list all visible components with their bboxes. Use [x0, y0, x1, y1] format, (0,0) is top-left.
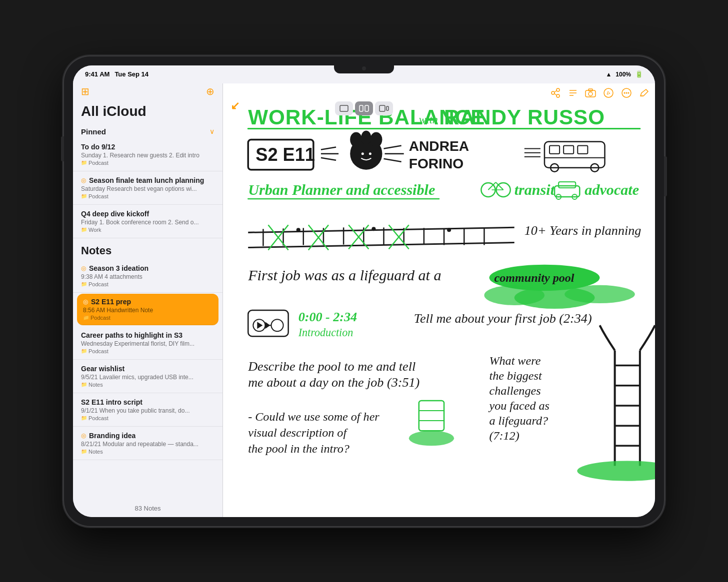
- folder-name: Podcast: [88, 281, 108, 287]
- note-folder: 📁 Podcast: [83, 315, 212, 321]
- list-item[interactable]: Gear wishlist 9/5/21 Lavalier mics, upgr…: [73, 360, 222, 393]
- svg-point-105: [271, 319, 283, 331]
- list-item[interactable]: ◎ Season 3 ideation 9:38 AM 4 attachment…: [73, 259, 222, 293]
- svg-rect-4: [386, 106, 388, 110]
- note-title: Career paths to highlight in S3: [81, 331, 214, 339]
- camera-bump: [334, 65, 394, 73]
- notes-count: 83 Notes: [73, 500, 222, 517]
- note-title: Q4 deep dive kickoff: [81, 210, 214, 218]
- notes-list[interactable]: Pinned ∨ To do 9/12 Sunday 1. Research n…: [73, 123, 222, 500]
- note-folder: 📁 Notes: [81, 449, 214, 455]
- folder-name: Podcast: [88, 160, 108, 166]
- svg-point-131: [409, 431, 454, 446]
- svg-marker-107: [257, 322, 262, 329]
- svg-rect-1: [360, 105, 363, 111]
- note-folder: 📁 Podcast: [81, 160, 214, 166]
- note-editing-area[interactable]: ↙ WORK-LIFE BALANCE with RANDY RUSSO S2 …: [223, 83, 655, 517]
- pin-icon: ◎: [81, 432, 86, 439]
- svg-text:10+ Years in planning: 10+ Years in planning: [524, 223, 642, 238]
- svg-point-23: [624, 92, 626, 93]
- pinned-label: Pinned: [81, 127, 106, 136]
- pinned-chevron[interactable]: ∨: [210, 127, 214, 135]
- note-meta: Saturday Research best vegan options wi.…: [81, 185, 214, 192]
- svg-text:Urban Planner and accessible: Urban Planner and accessible: [248, 181, 435, 198]
- more-icon[interactable]: [621, 87, 632, 101]
- note-title: Season finale team lunch planning: [89, 176, 204, 184]
- svg-point-10: [552, 91, 554, 94]
- sidebar-layout-icon[interactable]: ⊞: [81, 85, 90, 97]
- folder-icon: 📁: [83, 315, 89, 320]
- note-folder: 📁 Work: [81, 227, 214, 233]
- split-view-toolbar[interactable]: [335, 101, 393, 115]
- note-meta: 9/1/21 When you take public transit, do.…: [81, 407, 214, 414]
- svg-point-40: [370, 132, 382, 147]
- ipad-device: 9:41 AM Tue Sep 14 ▲ 100% 🔋: [64, 56, 664, 526]
- note-title: S2 E11 intro script: [81, 398, 214, 406]
- camera-dot: [362, 66, 366, 70]
- list-item[interactable]: ◎ S2 E11 prep 8:56 AM Handwritten Note 📁…: [77, 294, 218, 325]
- folder-icon: 📁: [81, 415, 87, 421]
- checklist-icon[interactable]: [568, 88, 578, 100]
- note-meta: 8/21/21 Modular and repeatable — standa.…: [81, 441, 214, 448]
- side-view-btn[interactable]: [375, 101, 393, 115]
- share-icon[interactable]: [550, 88, 561, 100]
- svg-text:0:00 - 2:34: 0:00 - 2:34: [298, 310, 357, 324]
- svg-text:RANDY RUSSO: RANDY RUSSO: [444, 105, 605, 129]
- list-item[interactable]: S2 E11 intro script 9/1/21 When you take…: [73, 393, 222, 427]
- svg-text:challenges: challenges: [489, 384, 540, 397]
- svg-line-34: [321, 147, 336, 149]
- sidebar-compose-icon[interactable]: ⊕: [206, 85, 214, 97]
- folder-icon: 📁: [81, 160, 87, 165]
- note-meta: 8:56 AM Handwritten Note: [83, 307, 212, 314]
- svg-rect-128: [419, 400, 444, 430]
- pencil-circle-icon[interactable]: [603, 87, 614, 101]
- list-item[interactable]: Career paths to highlight in S3 Wednesda…: [73, 326, 222, 360]
- svg-point-95: [447, 228, 451, 232]
- single-view-btn[interactable]: [335, 101, 353, 115]
- pinned-section-header[interactable]: Pinned ∨: [73, 123, 222, 138]
- handwritten-note-svg: ↙ WORK-LIFE BALANCE with RANDY RUSSO S2 …: [223, 83, 655, 517]
- svg-rect-2: [365, 105, 368, 111]
- svg-point-12: [556, 94, 560, 97]
- compose-icon[interactable]: [639, 88, 649, 100]
- svg-text:the biggest: the biggest: [489, 369, 542, 382]
- svg-text:Describe the pool to me and te: Describe the pool to me and tell: [248, 359, 416, 373]
- wifi-icon: ▲: [606, 71, 612, 78]
- svg-point-41: [362, 152, 364, 155]
- svg-rect-50: [564, 145, 574, 153]
- sidebar-title: All iCloud: [81, 103, 146, 119]
- svg-point-102: [564, 285, 635, 303]
- pin-icon: ◎: [83, 298, 88, 305]
- camera-icon[interactable]: [585, 88, 596, 100]
- list-item[interactable]: ◎ Branding idea 8/21/21 Modular and repe…: [73, 427, 222, 460]
- svg-rect-0: [340, 105, 348, 111]
- svg-text:visual description of: visual description of: [248, 426, 348, 439]
- svg-point-94: [372, 227, 376, 231]
- note-toolbar: [550, 87, 649, 101]
- folder-name: Podcast: [88, 415, 108, 421]
- split-view-btn[interactable]: [355, 101, 373, 115]
- svg-rect-20: [588, 89, 592, 91]
- svg-text:What were: What were: [489, 354, 540, 367]
- svg-point-24: [626, 92, 628, 93]
- svg-line-43: [384, 145, 401, 148]
- status-icons: ▲ 100% 🔋: [606, 70, 643, 78]
- svg-line-13: [554, 90, 556, 92]
- note-meta: Sunday 1. Research new guests 2. Edit in…: [81, 152, 214, 159]
- list-item[interactable]: ◎ Season finale team lunch planning Satu…: [73, 171, 222, 205]
- svg-line-45: [384, 158, 401, 161]
- note-title: Season 3 ideation: [89, 264, 148, 272]
- svg-text:First job was as a lifeguard a: First job was as a lifeguard at a: [248, 266, 441, 283]
- notes-sidebar: ⊞ ⊕ All iCloud Pinned ∨ To do 9/12: [73, 83, 223, 517]
- folder-icon: 📁: [81, 281, 87, 287]
- svg-point-19: [588, 92, 592, 96]
- svg-text:me about a day on the job (3:5: me about a day on the job (3:51): [248, 375, 420, 389]
- folder-icon: 📁: [81, 227, 87, 232]
- list-item[interactable]: To do 9/12 Sunday 1. Research new guests…: [73, 138, 222, 171]
- list-item[interactable]: Q4 deep dive kickoff Friday 1. Book conf…: [73, 205, 222, 238]
- battery-icon: 🔋: [635, 70, 643, 78]
- main-content: ⊞ ⊕ All iCloud Pinned ∨ To do 9/12: [73, 83, 655, 517]
- svg-line-72: [248, 242, 514, 247]
- svg-marker-108: [265, 322, 270, 329]
- svg-text:with: with: [419, 113, 438, 126]
